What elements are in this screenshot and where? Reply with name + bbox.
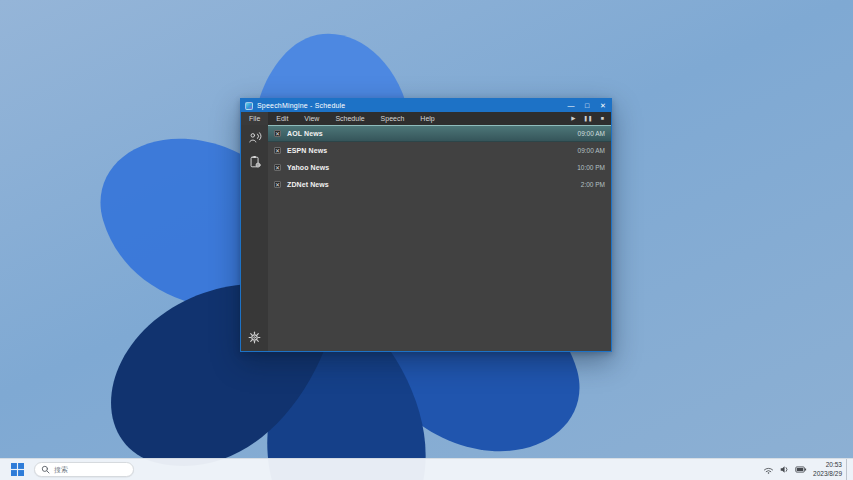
minimize-button[interactable]: —	[563, 99, 579, 112]
menubar-items: FileEditViewScheduleSpeechHelp	[241, 112, 443, 125]
taskbar: 搜索 20:53 2023/8/29	[0, 458, 853, 480]
checkbox-x-glyph: ✕	[275, 147, 280, 153]
row-checkbox[interactable]: ✕	[274, 164, 281, 171]
row-checkbox[interactable]: ✕	[274, 130, 281, 137]
schedule-list: ✕ AOL News 09:00 AM ✕ ESPN News 09:00 AM…	[268, 125, 611, 351]
volume-icon[interactable]	[779, 464, 790, 475]
menu-item-schedule[interactable]: Schedule	[327, 112, 372, 125]
close-button[interactable]: ✕	[595, 99, 611, 112]
titlebar[interactable]: SpeechMingine - Schedule — □ ✕	[241, 99, 611, 112]
row-title: ZDNet News	[287, 181, 329, 188]
taskbar-clock[interactable]: 20:53 2023/8/29	[813, 461, 846, 478]
play-button[interactable]: ▶	[571, 116, 575, 122]
menu-item-view[interactable]: View	[296, 112, 327, 125]
show-desktop-button[interactable]	[846, 459, 849, 480]
search-placeholder: 搜索	[54, 465, 68, 475]
row-checkbox[interactable]: ✕	[274, 147, 281, 154]
window-content: ✕ AOL News 09:00 AM ✕ ESPN News 09:00 AM…	[241, 125, 611, 351]
row-time: 09:00 AM	[578, 130, 605, 137]
wifi-icon[interactable]	[763, 464, 774, 475]
system-tray[interactable]	[763, 464, 813, 475]
menu-item-help[interactable]: Help	[412, 112, 442, 125]
sidebar	[241, 125, 268, 351]
battery-icon[interactable]	[795, 464, 807, 475]
checkbox-x-glyph: ✕	[275, 181, 280, 187]
stop-button[interactable]: ■	[601, 116, 604, 122]
row-title: Yahoo News	[287, 164, 329, 171]
row-time: 09:00 AM	[578, 147, 605, 154]
clock-date: 2023/8/29	[813, 470, 842, 477]
pause-button[interactable]: ❚❚	[583, 116, 592, 122]
playback-controls: ▶❚❚■	[571, 116, 611, 122]
maximize-button[interactable]: □	[579, 99, 595, 112]
titlebar-controls: — □ ✕	[563, 99, 611, 112]
row-time: 10:00 PM	[577, 164, 605, 171]
menu-item-speech[interactable]: Speech	[373, 112, 413, 125]
row-checkbox[interactable]: ✕	[274, 181, 281, 188]
row-title: ESPN News	[287, 147, 327, 154]
clock-time: 20:53	[826, 461, 842, 468]
search-icon	[41, 465, 50, 474]
app-window: SpeechMingine - Schedule — □ ✕ FileEditV…	[240, 98, 612, 352]
start-button[interactable]	[8, 461, 26, 479]
window-title: SpeechMingine - Schedule	[257, 102, 345, 109]
schedule-clipboard-icon[interactable]	[247, 154, 262, 169]
checkbox-x-glyph: ✕	[275, 164, 280, 170]
menubar: FileEditViewScheduleSpeechHelp ▶❚❚■	[241, 112, 611, 125]
menu-item-file[interactable]: File	[241, 112, 268, 125]
row-title: AOL News	[287, 130, 323, 137]
desktop: { "window": { "title": "SpeechMingine - …	[0, 0, 853, 480]
app-icon	[245, 102, 253, 110]
settings-gear-icon[interactable]	[247, 330, 262, 345]
schedule-row[interactable]: ✕ ZDNet News 2:00 PM	[268, 176, 611, 193]
search-input[interactable]: 搜索	[34, 462, 134, 477]
schedule-row[interactable]: ✕ ESPN News 09:00 AM	[268, 142, 611, 159]
speech-person-icon[interactable]	[247, 130, 262, 145]
schedule-row[interactable]: ✕ AOL News 09:00 AM	[268, 125, 611, 142]
row-time: 2:00 PM	[581, 181, 605, 188]
menu-item-edit[interactable]: Edit	[268, 112, 296, 125]
checkbox-x-glyph: ✕	[275, 130, 280, 136]
schedule-row[interactable]: ✕ Yahoo News 10:00 PM	[268, 159, 611, 176]
